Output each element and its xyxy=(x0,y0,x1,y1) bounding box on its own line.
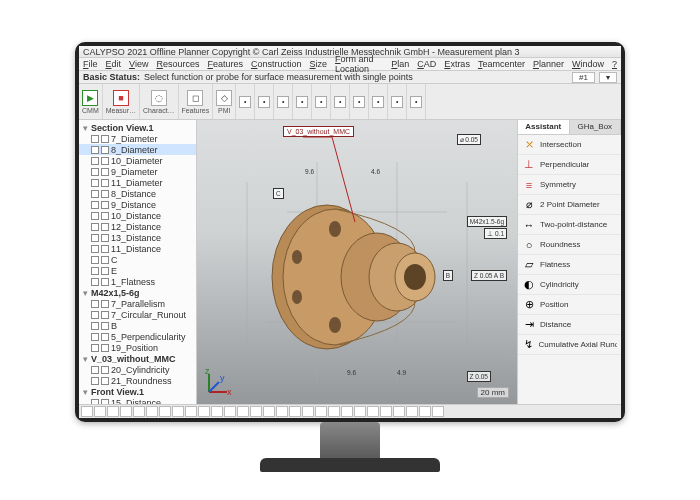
tree-item[interactable]: B xyxy=(79,320,196,331)
dock-item-distance[interactable]: ⇥Distance xyxy=(518,315,621,335)
checkbox-icon[interactable] xyxy=(101,344,109,352)
bottom-tool-16[interactable] xyxy=(289,406,301,417)
bottom-tool-1[interactable] xyxy=(94,406,106,417)
bottom-tool-2[interactable] xyxy=(107,406,119,417)
checkbox-icon[interactable] xyxy=(101,377,109,385)
tree-item[interactable]: 5_Perpendicularity xyxy=(79,331,196,342)
tree-group[interactable]: ▾V_03_without_MMC xyxy=(79,353,196,364)
bottom-tool-17[interactable] xyxy=(302,406,314,417)
dock-tab-assistant[interactable]: Assistant xyxy=(518,120,570,134)
bottom-tool-21[interactable] xyxy=(354,406,366,417)
bottom-tool-22[interactable] xyxy=(367,406,379,417)
checkbox-icon[interactable] xyxy=(91,245,99,253)
tree-item[interactable]: 9_Distance xyxy=(79,199,196,210)
tree-item[interactable]: 13_Distance xyxy=(79,232,196,243)
checkbox-icon[interactable] xyxy=(91,344,99,352)
tree-item[interactable]: 8_Diameter xyxy=(79,144,196,155)
checkbox-icon[interactable] xyxy=(101,256,109,264)
ribbon-small-7[interactable]: • xyxy=(369,84,388,119)
bottom-tool-15[interactable] xyxy=(276,406,288,417)
checkbox-icon[interactable] xyxy=(101,300,109,308)
3d-viewport[interactable]: V_03_without_MMC ⌀ 0.05 9.6 4.6 C M42x1.… xyxy=(197,120,517,404)
checkbox-icon[interactable] xyxy=(101,333,109,341)
ribbon-small-6[interactable]: • xyxy=(350,84,369,119)
ribbon-measur[interactable]: ■Measur… xyxy=(103,84,140,119)
ribbon-small-8[interactable]: • xyxy=(388,84,407,119)
ribbon-small-3[interactable]: • xyxy=(293,84,312,119)
tree-item[interactable]: 20_Cylindricity xyxy=(79,364,196,375)
bottom-tool-4[interactable] xyxy=(133,406,145,417)
menu-item-planner[interactable]: Planner xyxy=(533,59,564,69)
bottom-tool-26[interactable] xyxy=(419,406,431,417)
expand-icon[interactable]: ▾ xyxy=(81,123,89,133)
tree-item[interactable]: 11_Diameter xyxy=(79,177,196,188)
menu-item-edit[interactable]: Edit xyxy=(106,59,122,69)
checkbox-icon[interactable] xyxy=(101,179,109,187)
dimension-1[interactable]: 9.6 xyxy=(305,168,314,175)
bottom-tool-6[interactable] xyxy=(159,406,171,417)
dock-item-perpendicular[interactable]: ⊥Perpendicular xyxy=(518,155,621,175)
dock-item-pointdiameter[interactable]: ⌀2 Point Diameter xyxy=(518,195,621,215)
menu-item-extras[interactable]: Extras xyxy=(444,59,470,69)
tree-item[interactable]: 7_Diameter xyxy=(79,133,196,144)
menu-item-teamcenter[interactable]: Teamcenter xyxy=(478,59,525,69)
bottom-tool-18[interactable] xyxy=(315,406,327,417)
checkbox-icon[interactable] xyxy=(91,333,99,341)
dock-item-cumulativeaxialrunout[interactable]: ↯Cumulative Axial Runout xyxy=(518,335,621,355)
menu-item-size[interactable]: Size xyxy=(310,59,328,69)
callout-label[interactable]: V_03_without_MMC xyxy=(283,126,354,137)
tree-item[interactable]: 9_Diameter xyxy=(79,166,196,177)
tree-item[interactable]: 21_Roundness xyxy=(79,375,196,386)
dock-item-position[interactable]: ⊕Position xyxy=(518,295,621,315)
checkbox-icon[interactable] xyxy=(91,278,99,286)
ribbon-pmi[interactable]: ◇PMI xyxy=(213,84,236,119)
checkbox-icon[interactable] xyxy=(91,179,99,187)
menu-item-construction[interactable]: Construction xyxy=(251,59,302,69)
tree-item[interactable]: 12_Distance xyxy=(79,221,196,232)
gdt-zone-2[interactable]: Z 0.05 xyxy=(467,371,491,382)
checkbox-icon[interactable] xyxy=(101,245,109,253)
bottom-tool-14[interactable] xyxy=(263,406,275,417)
checkbox-icon[interactable] xyxy=(101,223,109,231)
checkbox-icon[interactable] xyxy=(91,157,99,165)
ribbon-small-5[interactable]: • xyxy=(331,84,350,119)
ribbon-small-2[interactable]: • xyxy=(274,84,293,119)
bottom-tool-5[interactable] xyxy=(146,406,158,417)
checkbox-icon[interactable] xyxy=(101,146,109,154)
tree-group[interactable]: ▾Section View.1 xyxy=(79,122,196,133)
menu-item-cad[interactable]: CAD xyxy=(417,59,436,69)
menu-item-window[interactable]: Window xyxy=(572,59,604,69)
bottom-tool-10[interactable] xyxy=(211,406,223,417)
tree-item[interactable]: C xyxy=(79,254,196,265)
tree-item[interactable]: 1_Flatness xyxy=(79,276,196,287)
dock-tab-ghabox[interactable]: GHa_Box xyxy=(570,120,622,134)
checkbox-icon[interactable] xyxy=(91,201,99,209)
bottom-tool-27[interactable] xyxy=(432,406,444,417)
bottom-tool-20[interactable] xyxy=(341,406,353,417)
menu-item-resources[interactable]: Resources xyxy=(156,59,199,69)
bottom-tool-3[interactable] xyxy=(120,406,132,417)
dock-item-twopointdistance[interactable]: ↔Two-point-distance xyxy=(518,215,621,235)
checkbox-icon[interactable] xyxy=(91,256,99,264)
checkbox-icon[interactable] xyxy=(91,146,99,154)
dimension-4[interactable]: 4.9 xyxy=(397,369,406,376)
checkbox-icon[interactable] xyxy=(91,135,99,143)
checkbox-icon[interactable] xyxy=(101,366,109,374)
ribbon-small-9[interactable]: • xyxy=(407,84,426,119)
gdt-datum-b[interactable]: B xyxy=(443,270,453,281)
tree-group[interactable]: ▾M42x1,5-6g xyxy=(79,287,196,298)
dimension-3[interactable]: 9.6 xyxy=(347,369,356,376)
ribbon-small-0[interactable]: • xyxy=(236,84,255,119)
tree-item[interactable]: E xyxy=(79,265,196,276)
ribbon-small-1[interactable]: • xyxy=(255,84,274,119)
checkbox-icon[interactable] xyxy=(101,278,109,286)
gdt-tolerance-1[interactable]: ⌀ 0.05 xyxy=(457,134,481,145)
bottom-tool-0[interactable] xyxy=(81,406,93,417)
bottom-tool-11[interactable] xyxy=(224,406,236,417)
tree-item[interactable]: 19_Position xyxy=(79,342,196,353)
checkbox-icon[interactable] xyxy=(101,267,109,275)
gdt-thread[interactable]: M42x1.5-6g xyxy=(467,216,507,227)
checkbox-icon[interactable] xyxy=(91,267,99,275)
checkbox-icon[interactable] xyxy=(101,234,109,242)
ribbon-small-4[interactable]: • xyxy=(312,84,331,119)
